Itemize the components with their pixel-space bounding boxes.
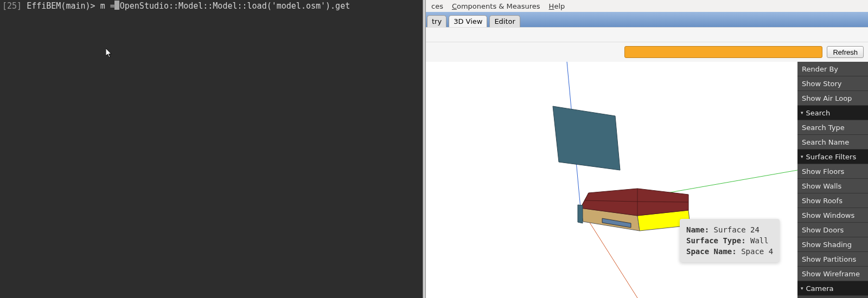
panel-item-show-partitions[interactable]: Show Partitions [797,252,868,267]
mouse-cursor-icon [106,48,112,58]
panel-item-show-doors[interactable]: Show Doors [797,223,868,237]
panel-item-show-windows[interactable]: Show Windows [797,208,868,223]
tooltip-row-surface-type: Surface Type: Wall [686,235,773,246]
menu-item-components-measures[interactable]: Components & Measures [448,1,545,11]
3d-viewport[interactable]: Name: Surface 24 Surface Type: Wall Spac… [426,62,797,298]
tabbar: try 3D View Editor [426,12,868,27]
side-panel: Render By Show Story Show Air Loop Searc… [797,62,868,298]
svg-marker-3 [553,106,620,170]
command-text: m = OpenStudio::Model::Model::load('mode… [100,1,350,11]
panel-item-show-walls[interactable]: Show Walls [797,179,868,193]
menu-item-partial[interactable]: ces [427,1,448,11]
tab-left-partial[interactable]: try [427,15,446,27]
terminal-line: [25] EffiBEM(main)> m = OpenStudio::Mode… [2,1,420,11]
prompt: EffiBEM(main)> [22,1,100,11]
panel-item-show-wireframe[interactable]: Show Wireframe [797,267,868,281]
panel-item-search-name[interactable]: Search Name [797,135,868,150]
terminal-pane[interactable]: [25] EffiBEM(main)> m = OpenStudio::Mode… [0,0,423,298]
svg-marker-12 [578,205,583,223]
panel-section-camera[interactable]: Camera [797,281,868,296]
progress-row: Refresh [426,42,868,62]
progress-bar [624,46,822,58]
tooltip-row-space-name: Space Name: Space 4 [686,246,773,257]
panel-item-render-by[interactable]: Render By [797,62,868,76]
panel-section-surface-filters[interactable]: Surface Filters [797,150,868,164]
surface-tooltip: Name: Surface 24 Surface Type: Wall Spac… [680,219,780,262]
panel-item-show-roofs[interactable]: Show Roofs [797,193,868,208]
line-number: [25] [2,1,22,11]
panel-section-search[interactable]: Search [797,106,868,120]
menu-item-help[interactable]: Help [545,1,570,11]
panel-item-show-floors[interactable]: Show Floors [797,164,868,179]
panel-item-show-story[interactable]: Show Story [797,76,868,91]
terminal-cursor [114,1,119,10]
refresh-button[interactable]: Refresh [827,46,864,58]
panel-item-search-type[interactable]: Search Type [797,120,868,135]
3d-scene [426,62,797,298]
toolbar-row [426,27,868,42]
workspace: Name: Surface 24 Surface Type: Wall Spac… [426,62,868,298]
tab-editor[interactable]: Editor [489,15,520,27]
tab-3d-view[interactable]: 3D View [449,15,487,27]
menubar: ces Components & Measures Help [426,0,868,12]
panel-item-show-shading[interactable]: Show Shading [797,237,868,252]
panel-item-show-air-loop[interactable]: Show Air Loop [797,91,868,106]
tooltip-row-name: Name: Surface 24 [686,224,773,235]
openstudio-app-pane: ces Components & Measures Help try 3D Vi… [426,0,868,298]
